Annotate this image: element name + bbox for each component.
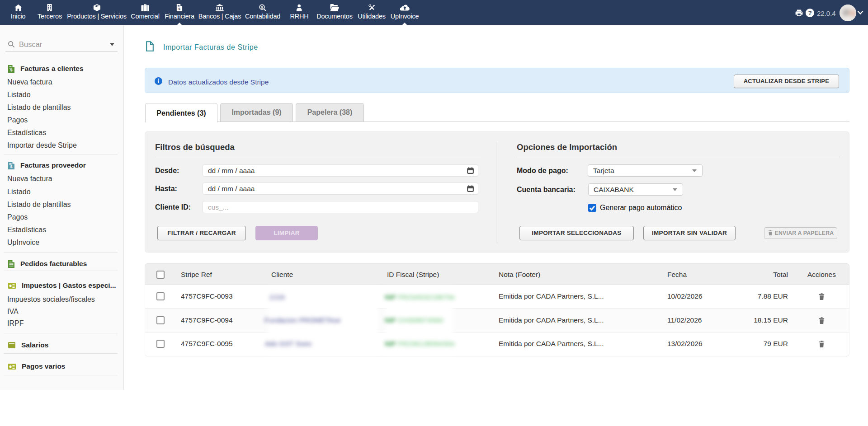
svg-text:$: $	[10, 164, 13, 169]
svg-text:?: ?	[808, 9, 811, 16]
svg-text:$: $	[261, 5, 263, 9]
svg-text:$: $	[10, 68, 13, 72]
svg-text:$: $	[179, 7, 181, 11]
